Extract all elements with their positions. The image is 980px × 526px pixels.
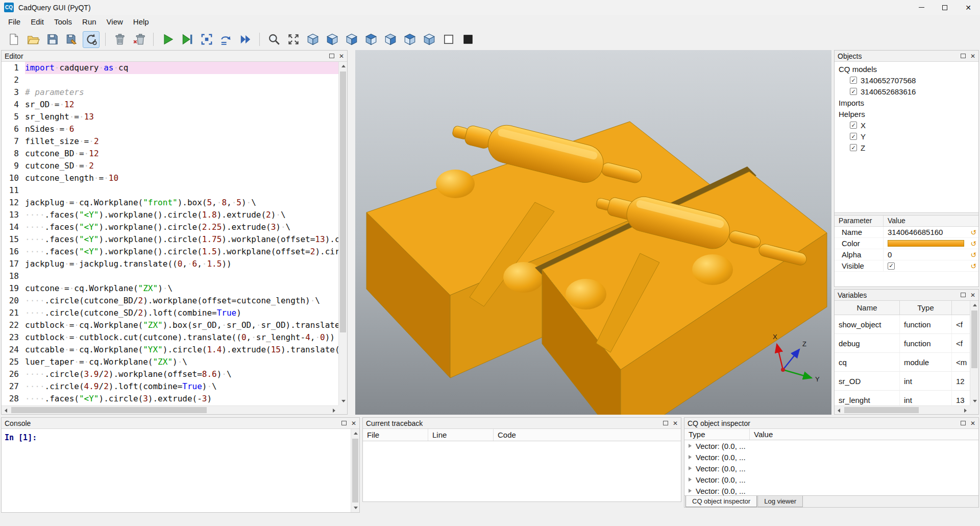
code-line-2[interactable]: 2 [2, 74, 338, 86]
code-line-1[interactable]: 1import·cadquery·as·cq [2, 62, 338, 74]
code-line-26[interactable]: 26····.circle(3.9/2).workplane(offset=8.… [2, 368, 338, 380]
close-panel-icon[interactable]: ✕ [339, 53, 344, 59]
scroll-left-button[interactable] [835, 406, 843, 415]
render-button[interactable] [159, 31, 176, 48]
variables-horizontal-scrollbar[interactable] [835, 405, 970, 414]
code-line-27[interactable]: 27····.circle(4.9/2).loft(combine=True)·… [2, 380, 338, 393]
close-button[interactable]: ✕ [957, 0, 980, 15]
code-line-13[interactable]: 13····.faces("<Y").workplane().circle(1.… [2, 209, 338, 221]
close-panel-icon[interactable]: ✕ [970, 292, 975, 298]
console-body[interactable]: In [1]: [2, 429, 359, 512]
code-line-3[interactable]: 3# parameters [2, 86, 338, 99]
view-top-button[interactable] [401, 31, 418, 48]
view-wireframe-button[interactable] [440, 31, 457, 48]
code-line-9[interactable]: 9cutcone_SD·=·2 [2, 160, 338, 172]
tree-item-helpers[interactable]: Helpers [835, 108, 978, 119]
reset-icon[interactable]: ↺ [968, 262, 978, 270]
tree-item-cq-models[interactable]: CQ models [835, 63, 978, 75]
scroll-down-button[interactable] [351, 504, 360, 512]
expand-arrow-icon[interactable] [689, 455, 692, 459]
code-line-10[interactable]: 10cutcone_length·=·10 [2, 172, 338, 184]
float-panel-icon[interactable] [663, 421, 668, 425]
debug-button[interactable] [179, 31, 195, 48]
code-line-8[interactable]: 8cutcone_BD·=·12 [2, 148, 338, 160]
tree-item-z[interactable]: ✓Z [835, 142, 978, 153]
inspector-row[interactable]: Vector: (0.0, ... [684, 440, 978, 451]
view-shaded-button[interactable] [459, 31, 476, 48]
close-panel-icon[interactable]: ✕ [673, 420, 678, 426]
close-panel-icon[interactable]: ✕ [351, 420, 356, 426]
checkbox[interactable]: ✓ [850, 77, 857, 84]
reset-icon[interactable]: ↺ [968, 251, 978, 259]
inspector-row[interactable]: Vector: (0.0, ... [684, 474, 978, 485]
editor-code[interactable]: 1import·cadquery·as·cq23# parameters4sr_… [2, 62, 338, 405]
scroll-up-button[interactable] [339, 62, 348, 70]
tab-cq-object-inspector[interactable]: CQ object inspector [685, 496, 757, 507]
editor-vertical-scrollbar[interactable] [338, 62, 347, 405]
inspector-row[interactable]: Vector: (0.0, ... [684, 451, 978, 463]
scroll-right-button[interactable] [961, 406, 970, 415]
menu-run[interactable]: Run [77, 16, 102, 28]
checkbox[interactable]: ✓ [850, 88, 857, 95]
variable-row-sr_lenght[interactable]: sr_lenghtint13 [835, 391, 970, 405]
code-line-21[interactable]: 21····.circle(cutcone_SD/2).loft(combine… [2, 307, 338, 319]
inspector-row[interactable]: Vector: (0.0, ... [684, 463, 978, 474]
console-prompt[interactable]: In [1]: [2, 429, 359, 446]
scroll-up-button[interactable] [351, 429, 360, 438]
code-line-11[interactable]: 11 [2, 184, 338, 197]
close-panel-icon[interactable]: ✕ [970, 420, 975, 426]
param-row-color[interactable]: Color↺ [835, 238, 978, 249]
expand-arrow-icon[interactable] [689, 444, 692, 448]
checkbox[interactable]: ✓ [850, 122, 857, 129]
scroll-down-button[interactable] [970, 397, 979, 405]
code-line-15[interactable]: 15····.faces("<Y").workplane().circle(1.… [2, 233, 338, 246]
reset-icon[interactable]: ↺ [968, 228, 978, 236]
code-line-17[interactable]: 17jackplug·=·jackplug.translate((0,·6,·1… [2, 258, 338, 270]
code-line-20[interactable]: 20····.circle(cutcone_BD/2).workplane(of… [2, 295, 338, 307]
editor-horizontal-scrollbar[interactable] [2, 405, 338, 414]
expand-arrow-icon[interactable] [689, 489, 692, 493]
checkbox[interactable]: ✓ [850, 133, 857, 140]
variable-row-debug[interactable]: debugfunction<f [835, 334, 970, 353]
code-line-6[interactable]: 6nSides·=·6 [2, 123, 338, 135]
autoreload-button[interactable] [83, 31, 100, 48]
param-row-visible[interactable]: Visible✓↺ [835, 260, 978, 272]
code-line-24[interactable]: 24cutcable·=·cq.Workplane("YX").circle(1… [2, 344, 338, 356]
scroll-thumb[interactable] [971, 310, 977, 368]
view-iso-button[interactable] [304, 31, 321, 48]
reset-icon[interactable]: ↺ [968, 240, 978, 248]
code-line-5[interactable]: 5sr_lenght·=·13 [2, 111, 338, 123]
view-left-button[interactable] [362, 31, 379, 48]
close-panel-icon[interactable]: ✕ [970, 53, 975, 59]
code-line-12[interactable]: 12jackplug·=·cq.Workplane("front").box(5… [2, 197, 338, 209]
scroll-right-button[interactable] [330, 406, 338, 415]
menu-help[interactable]: Help [128, 16, 154, 28]
minimize-button[interactable] [910, 0, 933, 15]
scroll-thumb[interactable] [844, 407, 919, 413]
save-as-button[interactable] [63, 31, 80, 48]
delete-all-button[interactable] [131, 31, 148, 48]
code-line-22[interactable]: 22cutblock·=·cq.Workplane("ZX").box(sr_O… [2, 319, 338, 331]
param-row-alpha[interactable]: Alpha0↺ [835, 249, 978, 260]
visible-checkbox[interactable]: ✓ [888, 262, 895, 270]
variable-row-sr_OD[interactable]: sr_ODint12 [835, 372, 970, 391]
view-front-button[interactable] [324, 31, 340, 48]
code-line-23[interactable]: 23cutblock·=·cutblock.cut(cutcone).trans… [2, 331, 338, 344]
scroll-up-button[interactable] [970, 301, 979, 309]
inspector-row[interactable]: Vector: (0.0, ... [684, 485, 978, 495]
float-panel-icon[interactable] [329, 54, 334, 58]
float-panel-icon[interactable] [341, 421, 347, 425]
code-line-14[interactable]: 14····.faces("<Y").workplane().circle(2.… [2, 221, 338, 233]
save-button[interactable] [44, 31, 61, 48]
checkbox[interactable]: ✓ [850, 144, 857, 151]
float-panel-icon[interactable] [961, 54, 966, 58]
scroll-thumb[interactable] [340, 71, 346, 332]
menu-view[interactable]: View [102, 16, 128, 28]
tree-item-y[interactable]: ✓Y [835, 131, 978, 142]
view-right-button[interactable] [382, 31, 399, 48]
view-bottom-button[interactable] [421, 31, 437, 48]
code-line-7[interactable]: 7fillet_size·=·2 [2, 135, 338, 148]
variable-row-show_object[interactable]: show_objectfunction<f [835, 315, 970, 334]
code-line-4[interactable]: 4sr_OD·=·12 [2, 99, 338, 111]
menu-edit[interactable]: Edit [26, 16, 49, 28]
